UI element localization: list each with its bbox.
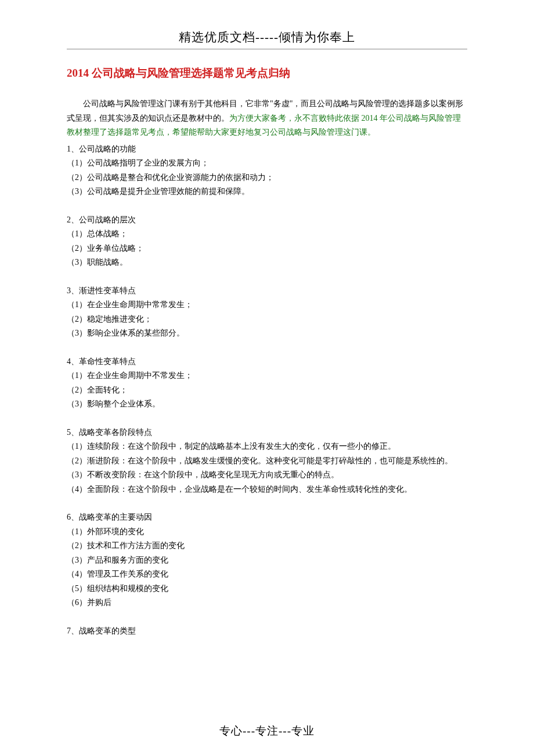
list-item: （3）公司战略是提升企业管理效能的前提和保障。 bbox=[67, 185, 467, 199]
list-item: （4）管理及工作关系的变化 bbox=[67, 567, 467, 582]
section-title: 6、战略变革的主要动因 bbox=[67, 510, 467, 525]
section-title: 4、革命性变革特点 bbox=[67, 355, 467, 369]
page-header: 精选优质文档-----倾情为你奉上 bbox=[67, 29, 467, 49]
list-item: （6）并购后 bbox=[67, 596, 467, 610]
list-item: （3）影响整个企业体系。 bbox=[67, 397, 467, 412]
section-5: 5、战略变革各阶段特点 （1）连续阶段：在这个阶段中，制定的战略基本上没有发生大… bbox=[67, 426, 467, 497]
list-item: （1）在企业生命周期中常常发生； bbox=[67, 298, 467, 312]
list-item: （3）产品和服务方面的变化 bbox=[67, 553, 467, 568]
document-title: 2014 公司战略与风险管理选择题常见考点归纳 bbox=[67, 66, 467, 81]
intro-paragraph: 公司战略与风险管理这门课有别于其他科目，它非常"务虚"，而且公司战略与风险管理的… bbox=[67, 97, 467, 140]
list-item: （3）职能战略。 bbox=[67, 255, 467, 270]
list-item: （1）外部环境的变化 bbox=[67, 525, 467, 539]
list-item: （1）连续阶段：在这个阶段中，制定的战略基本上没有发生大的变化，仅有一些小的修正… bbox=[67, 440, 467, 454]
document-body: 1、公司战略的功能 （1）公司战略指明了企业的发展方向； （2）公司战略是整合和… bbox=[67, 142, 467, 639]
list-item: （1）公司战略指明了企业的发展方向； bbox=[67, 156, 467, 171]
section-title: 5、战略变革各阶段特点 bbox=[67, 426, 467, 440]
list-item: （2）稳定地推进变化； bbox=[67, 312, 467, 327]
section-6: 6、战略变革的主要动因 （1）外部环境的变化 （2）技术和工作方法方面的变化 （… bbox=[67, 510, 467, 610]
list-item: （3）不断改变阶段：在这个阶段中，战略变化呈现无方向或无重心的特点。 bbox=[67, 468, 467, 483]
list-item: （2）全面转化； bbox=[67, 383, 467, 398]
list-item: （5）组织结构和规模的变化 bbox=[67, 582, 467, 596]
list-item: （1）总体战略； bbox=[67, 227, 467, 242]
list-item: （2）渐进阶段：在这个阶段中，战略发生缓慢的变化。这种变化可能是零打碎敲性的，也… bbox=[67, 454, 467, 469]
section-3: 3、渐进性变革特点 （1）在企业生命周期中常常发生； （2）稳定地推进变化； （… bbox=[67, 284, 467, 341]
document-page: 精选优质文档-----倾情为你奉上 2014 公司战略与风险管理选择题常见考点归… bbox=[0, 0, 534, 756]
section-2: 2、公司战略的层次 （1）总体战略； （2）业务单位战略； （3）职能战略。 bbox=[67, 213, 467, 270]
section-1: 1、公司战略的功能 （1）公司战略指明了企业的发展方向； （2）公司战略是整合和… bbox=[67, 142, 467, 199]
section-7: 7、战略变革的类型 bbox=[67, 624, 467, 639]
list-item: （1）在企业生命周期中不常发生； bbox=[67, 369, 467, 383]
section-title: 7、战略变革的类型 bbox=[67, 624, 467, 639]
section-title: 2、公司战略的层次 bbox=[67, 213, 467, 228]
list-item: （3）影响企业体系的某些部分。 bbox=[67, 326, 467, 341]
list-item: （2）业务单位战略； bbox=[67, 242, 467, 256]
section-title: 3、渐进性变革特点 bbox=[67, 284, 467, 298]
section-4: 4、革命性变革特点 （1）在企业生命周期中不常发生； （2）全面转化； （3）影… bbox=[67, 355, 467, 412]
list-item: （4）全面阶段：在这个阶段中，企业战略是在一个较短的时间内、发生革命性或转化性的… bbox=[67, 483, 467, 497]
section-title: 1、公司战略的功能 bbox=[67, 142, 467, 157]
list-item: （2）公司战略是整合和优化企业资源能力的依据和动力； bbox=[67, 171, 467, 185]
page-footer: 专心---专注---专业 bbox=[0, 723, 534, 739]
list-item: （2）技术和工作方法方面的变化 bbox=[67, 539, 467, 553]
